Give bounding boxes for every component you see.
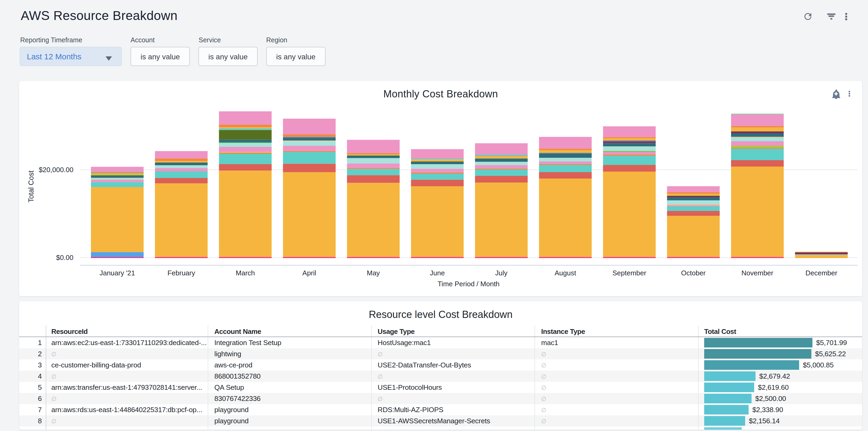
svg-text:June: June xyxy=(430,269,445,277)
svg-text:July: July xyxy=(495,269,507,277)
svg-text:October: October xyxy=(681,269,706,277)
svg-text:May: May xyxy=(367,269,380,277)
svg-text:November: November xyxy=(741,269,773,277)
svg-text:August: August xyxy=(555,269,576,277)
svg-text:$0.00: $0.00 xyxy=(56,253,73,261)
svg-text:April: April xyxy=(302,269,316,277)
svg-text:March: March xyxy=(236,269,255,277)
svg-text:February: February xyxy=(167,269,195,277)
svg-text:Total Cost: Total Cost xyxy=(27,170,35,203)
svg-text:Time Period / Month: Time Period / Month xyxy=(437,280,499,288)
svg-text:December: December xyxy=(806,269,837,277)
svg-text:Monthly Cost Breakdown: Monthly Cost Breakdown xyxy=(383,88,498,99)
svg-text:January '21: January '21 xyxy=(99,269,135,277)
svg-text:$20,000.00: $20,000.00 xyxy=(39,166,73,174)
svg-text:September: September xyxy=(613,269,647,277)
